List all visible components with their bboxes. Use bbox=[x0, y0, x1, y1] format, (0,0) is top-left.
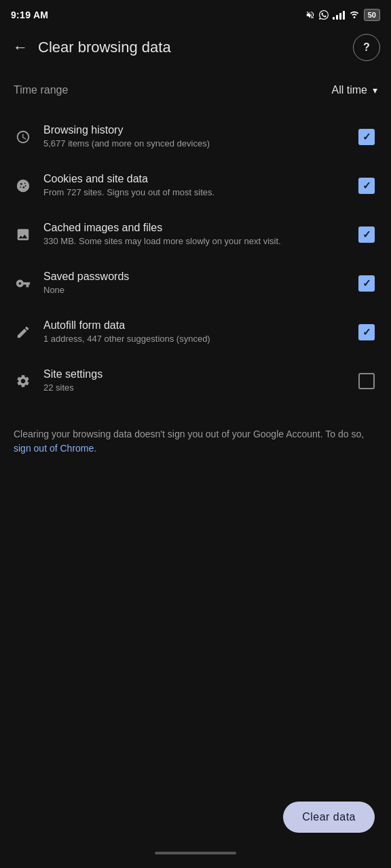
svg-point-2 bbox=[24, 182, 26, 184]
time-range-selector[interactable]: All time ▾ bbox=[332, 84, 377, 96]
autofill-checkbox[interactable] bbox=[356, 321, 377, 343]
back-arrow-icon: ← bbox=[13, 39, 28, 56]
svg-point-1 bbox=[20, 183, 22, 185]
option-site-settings-subtitle: 22 sites bbox=[43, 382, 345, 394]
checkbox-checked bbox=[358, 275, 375, 292]
time-range-label: Time range bbox=[14, 84, 68, 96]
option-saved-passwords-title: Saved passwords bbox=[43, 271, 345, 283]
battery-indicator: 50 bbox=[364, 9, 380, 21]
option-cookies-subtitle: From 727 sites. Signs you out of most si… bbox=[43, 186, 345, 199]
option-saved-passwords[interactable]: Saved passwords None bbox=[0, 259, 391, 308]
status-icons: 50 bbox=[305, 9, 380, 21]
footer-note-text: Clearing your browsing data doesn't sign… bbox=[14, 429, 364, 439]
status-bar: 9:19 AM 50 bbox=[0, 0, 391, 27]
back-button[interactable]: ← bbox=[5, 33, 35, 62]
cookies-checkbox[interactable] bbox=[356, 175, 377, 197]
pencil-icon bbox=[14, 323, 33, 342]
option-autofill-title: Autofill form data bbox=[43, 319, 345, 332]
option-autofill[interactable]: Autofill form data 1 address, 447 other … bbox=[0, 308, 391, 357]
bottom-nav-indicator bbox=[155, 852, 236, 854]
checkbox-checked bbox=[358, 226, 375, 243]
option-browsing-history-text: Browsing history 5,677 items (and more o… bbox=[43, 124, 345, 150]
option-cached-images-text: Cached images and files 330 MB. Some sit… bbox=[43, 222, 345, 248]
saved-passwords-checkbox[interactable] bbox=[356, 273, 377, 294]
option-cached-images-subtitle: 330 MB. Some sites may load more slowly … bbox=[43, 235, 345, 248]
checkbox-checked bbox=[358, 178, 375, 194]
option-cookies-title: Cookies and site data bbox=[43, 173, 345, 185]
option-browsing-history-title: Browsing history bbox=[43, 124, 345, 136]
option-saved-passwords-subtitle: None bbox=[43, 284, 345, 296]
time-range-row[interactable]: Time range All time ▾ bbox=[0, 73, 391, 107]
gear-icon bbox=[14, 372, 33, 391]
svg-point-3 bbox=[20, 186, 21, 188]
bottom-nav-bar bbox=[0, 841, 391, 868]
option-browsing-history[interactable]: Browsing history 5,677 items (and more o… bbox=[0, 113, 391, 161]
footer-note: Clearing your browsing data doesn't sign… bbox=[0, 416, 391, 467]
svg-point-5 bbox=[25, 185, 26, 186]
key-icon bbox=[14, 274, 33, 293]
page-title: Clear browsing data bbox=[38, 39, 353, 56]
browsing-history-checkbox[interactable] bbox=[356, 126, 377, 148]
svg-point-4 bbox=[23, 186, 25, 189]
option-site-settings-title: Site settings bbox=[43, 368, 345, 380]
signal-icon bbox=[333, 10, 345, 20]
option-cached-images-title: Cached images and files bbox=[43, 222, 345, 234]
help-button[interactable]: ? bbox=[353, 34, 380, 61]
sign-out-link[interactable]: sign out of Chrome bbox=[14, 443, 94, 454]
cookie-icon bbox=[14, 176, 33, 195]
option-saved-passwords-text: Saved passwords None bbox=[43, 271, 345, 296]
time-range-value: All time bbox=[332, 84, 367, 96]
clear-data-button[interactable]: Clear data bbox=[283, 802, 375, 833]
svg-point-0 bbox=[17, 180, 29, 192]
option-cookies-text: Cookies and site data From 727 sites. Si… bbox=[43, 173, 345, 199]
option-site-settings[interactable]: Site settings 22 sites bbox=[0, 357, 391, 406]
checkbox-checked bbox=[358, 129, 375, 145]
dropdown-arrow-icon: ▾ bbox=[373, 85, 377, 96]
wifi-icon bbox=[349, 10, 360, 20]
option-autofill-text: Autofill form data 1 address, 447 other … bbox=[43, 319, 345, 345]
mute-icon bbox=[305, 10, 315, 20]
cached-images-checkbox[interactable] bbox=[356, 224, 377, 245]
help-icon: ? bbox=[363, 41, 370, 54]
footer-note-end: . bbox=[94, 443, 96, 454]
checkbox-unchecked bbox=[358, 373, 375, 389]
whatsapp-icon bbox=[319, 10, 329, 20]
options-list: Browsing history 5,677 items (and more o… bbox=[0, 107, 391, 411]
option-site-settings-text: Site settings 22 sites bbox=[43, 368, 345, 394]
app-bar: ← Clear browsing data ? bbox=[0, 27, 391, 68]
option-browsing-history-subtitle: 5,677 items (and more on synced devices) bbox=[43, 138, 345, 150]
option-autofill-subtitle: 1 address, 447 other suggestions (synced… bbox=[43, 333, 345, 345]
option-cookies[interactable]: Cookies and site data From 727 sites. Si… bbox=[0, 161, 391, 210]
status-time: 9:19 AM bbox=[11, 9, 48, 20]
option-cached-images[interactable]: Cached images and files 330 MB. Some sit… bbox=[0, 210, 391, 259]
site-settings-checkbox[interactable] bbox=[356, 370, 377, 392]
image-icon bbox=[14, 225, 33, 244]
clock-icon bbox=[14, 127, 33, 146]
checkbox-checked bbox=[358, 324, 375, 340]
